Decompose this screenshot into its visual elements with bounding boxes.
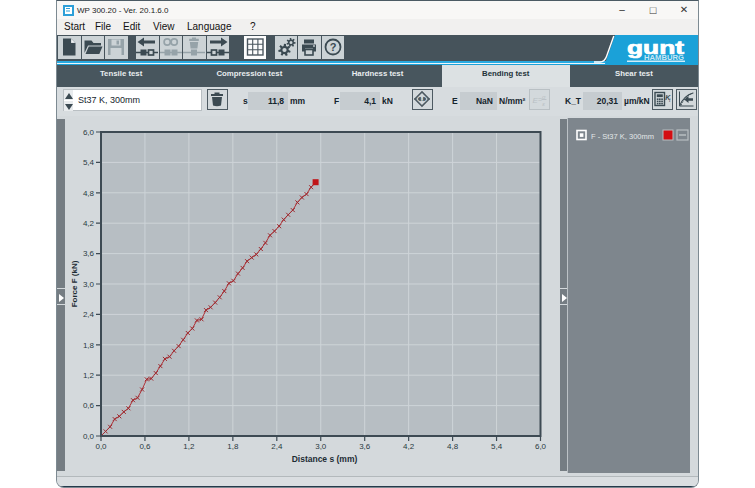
svg-text:1,8: 1,8 — [227, 442, 239, 451]
svg-text:0,0: 0,0 — [95, 442, 107, 451]
svg-text:4,8: 4,8 — [447, 442, 459, 451]
svg-text:0,6: 0,6 — [83, 401, 95, 410]
svg-text:2,4: 2,4 — [271, 442, 283, 451]
svg-text:0,6: 0,6 — [139, 442, 151, 451]
svg-text:?: ? — [329, 41, 336, 53]
svg-text:3,6: 3,6 — [359, 442, 371, 451]
svg-text:ε: ε — [542, 101, 545, 107]
svg-text:6,0: 6,0 — [535, 442, 547, 451]
svg-text:5,4: 5,4 — [83, 158, 95, 167]
svg-text:3,6: 3,6 — [83, 249, 95, 258]
svg-text:4,2: 4,2 — [403, 442, 415, 451]
svg-text:σ: σ — [542, 93, 546, 99]
svg-text:3,0: 3,0 — [315, 442, 327, 451]
svg-text:t: t — [669, 97, 671, 103]
svg-text:1,2: 1,2 — [183, 442, 195, 451]
svg-text:Force F (kN): Force F (kN) — [70, 260, 79, 307]
svg-text:4,8: 4,8 — [83, 188, 95, 197]
svg-text:4,2: 4,2 — [83, 219, 95, 228]
svg-text:HAMBURG: HAMBURG — [644, 54, 684, 61]
svg-text:6,0: 6,0 — [83, 127, 95, 136]
svg-text:1,8: 1,8 — [83, 340, 95, 349]
svg-text:1,2: 1,2 — [83, 371, 95, 380]
svg-text:5,4: 5,4 — [491, 442, 503, 451]
svg-text:0,0: 0,0 — [83, 431, 95, 440]
svg-text:Distance s (mm): Distance s (mm) — [292, 453, 358, 463]
svg-text:3,0: 3,0 — [83, 279, 95, 288]
svg-text:2,4: 2,4 — [83, 310, 95, 319]
